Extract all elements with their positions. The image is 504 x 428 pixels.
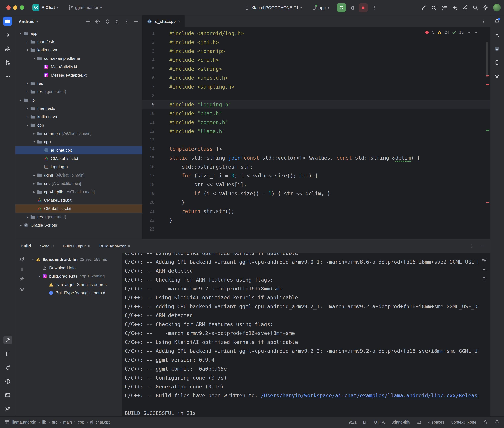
chevron-down-icon[interactable]: ▾ bbox=[18, 32, 24, 35]
line-number[interactable]: 7 bbox=[142, 82, 169, 91]
view-options-eye-icon[interactable] bbox=[19, 287, 25, 292]
gradle-tool-button[interactable]: G bbox=[493, 44, 501, 53]
next-problem-icon[interactable] bbox=[474, 30, 478, 35]
line-number[interactable]: 19 bbox=[142, 189, 169, 198]
line-number[interactable]: 2 bbox=[142, 38, 169, 47]
chevron-right-icon[interactable]: ▸ bbox=[25, 215, 30, 219]
chevron-right-icon[interactable]: ▸ bbox=[25, 90, 30, 94]
code-text[interactable]: if (i < values.size() - 1) { str << deli… bbox=[170, 189, 330, 198]
breadcrumb-item[interactable]: src bbox=[52, 420, 57, 425]
previous-problem-icon[interactable] bbox=[466, 30, 471, 35]
code-line-22[interactable]: 22} bbox=[142, 216, 490, 225]
chevron-right-icon[interactable]: ▸ bbox=[25, 115, 30, 119]
caret-position[interactable]: 9:21 bbox=[349, 420, 357, 425]
window-minimize-button[interactable] bbox=[13, 6, 17, 10]
build-console[interactable]: C/C++: -- Using KleidiAI optimized kerne… bbox=[122, 253, 478, 416]
tree-item-build-gradle-kts[interactable]: ▾build.gradle.ktsapp 1 warning bbox=[28, 272, 122, 280]
device-selector[interactable]: Xiaomi POCOPHONE F1 ▾ bbox=[242, 4, 305, 12]
task-list-icon[interactable] bbox=[442, 5, 447, 11]
code-text[interactable]: return str.str(); bbox=[170, 207, 234, 216]
code-with-me-icon[interactable] bbox=[462, 5, 468, 11]
code-line-15[interactable]: 15static std::string join(const std::vec… bbox=[142, 153, 490, 162]
indent-setting[interactable]: 4 spaces bbox=[428, 420, 444, 425]
tree-item-logging-h[interactable]: Hlogging.h bbox=[16, 163, 142, 171]
breadcrumb-item[interactable]: cpp bbox=[78, 420, 84, 425]
clear-console-icon[interactable] bbox=[481, 277, 487, 282]
editor-options-kebab-icon[interactable] bbox=[481, 19, 486, 24]
code-text[interactable]: #include <unistd.h> bbox=[170, 74, 228, 82]
commit-tool-button[interactable] bbox=[3, 31, 12, 39]
tree-item-cmakelists-txt[interactable]: CMakeLists.txt bbox=[16, 154, 142, 163]
scroll-to-end-icon[interactable] bbox=[481, 267, 487, 272]
chevron-right-icon[interactable]: ▸ bbox=[32, 132, 37, 135]
code-line-17[interactable]: 17 for (size_t i = 0; i < values.size();… bbox=[142, 171, 490, 180]
code-text[interactable]: template<class T> bbox=[170, 145, 222, 153]
code-text[interactable]: for (size_t i = 0; i < values.size(); i+… bbox=[170, 171, 318, 180]
code-line-21[interactable]: 21 return str.str(); bbox=[142, 207, 490, 216]
device-explorer-tool-button[interactable] bbox=[493, 58, 501, 67]
code-area[interactable]: 1#include <android/log.h>2#include <jni.… bbox=[142, 28, 490, 239]
collapse-all-icon[interactable] bbox=[114, 19, 120, 24]
error-count[interactable]: 3 bbox=[432, 30, 434, 35]
device-manager-tool-button[interactable] bbox=[3, 349, 12, 358]
chevron-right-icon[interactable]: ▸ bbox=[25, 107, 30, 110]
line-number[interactable]: 8 bbox=[142, 91, 169, 100]
code-text[interactable]: #include "common.h" bbox=[170, 118, 228, 127]
notifications-tool-button[interactable] bbox=[493, 16, 501, 25]
code-line-6[interactable]: 6#include <unistd.h> bbox=[142, 74, 490, 82]
code-style-config[interactable]: .clang-tidy bbox=[392, 420, 410, 425]
code-line-14[interactable]: 14template<class T> bbox=[142, 145, 490, 153]
add-icon[interactable] bbox=[85, 19, 91, 24]
structure-tool-button[interactable] bbox=[3, 44, 12, 53]
line-number[interactable]: 23 bbox=[142, 225, 169, 234]
resource-manager-tool-button[interactable] bbox=[493, 72, 501, 81]
code-line-13[interactable]: 13 bbox=[142, 136, 490, 145]
line-number[interactable]: 14 bbox=[142, 145, 169, 153]
warning-count[interactable]: 24 bbox=[445, 30, 449, 35]
code-line-23[interactable]: 23 bbox=[142, 225, 490, 234]
code-text[interactable]: #include <sampling.h> bbox=[170, 82, 234, 91]
tab-close-icon[interactable]: × bbox=[88, 244, 90, 248]
code-line-19[interactable]: 19 if (i < values.size() - 1) { str << d… bbox=[142, 189, 490, 198]
code-text[interactable]: } bbox=[170, 216, 172, 225]
tree-item-mainactivity-kt[interactable]: MainActivity.kt bbox=[16, 63, 142, 71]
tree-item-res[interactable]: ▸res(generated) bbox=[16, 88, 142, 96]
tree-item-buildtype-debug-is-both-d[interactable]: BuildType 'debug' is both d bbox=[28, 289, 122, 297]
breadcrumb-item[interactable]: lib bbox=[42, 420, 46, 425]
line-number[interactable]: 4 bbox=[142, 56, 169, 65]
code-style-icon[interactable] bbox=[417, 420, 422, 425]
editor-tab-ai-chat-cpp[interactable]: C+ ai_chat.cpp × bbox=[142, 15, 185, 27]
context-widget[interactable]: Context: None bbox=[451, 420, 476, 425]
line-number[interactable]: 18 bbox=[142, 180, 169, 189]
tree-item-cmakelists-txt[interactable]: CMakeLists.txt bbox=[16, 196, 142, 205]
breadcrumb-item[interactable]: main bbox=[63, 420, 72, 425]
chevron-right-icon[interactable]: ▸ bbox=[25, 40, 30, 44]
line-number[interactable]: 1 bbox=[142, 29, 169, 38]
code-line-7[interactable]: 7#include <sampling.h> bbox=[142, 82, 490, 91]
tree-item-kotlin-java[interactable]: ▸kotlin+java bbox=[16, 113, 142, 121]
code-text[interactable]: } bbox=[170, 198, 185, 207]
tree-item-ai-chat-cpp[interactable]: C+ai_chat.cpp bbox=[16, 146, 142, 155]
options-kebab-icon[interactable] bbox=[469, 244, 475, 249]
console-link[interactable]: /Users/hanyin/Workspace/ai-chat/examples… bbox=[261, 393, 478, 399]
file-encoding[interactable]: UTF-8 bbox=[374, 420, 385, 425]
code-text[interactable]: #include <android/log.h> bbox=[170, 29, 244, 38]
code-line-11[interactable]: 11#include "common.h" bbox=[142, 118, 490, 127]
line-number[interactable]: 6 bbox=[142, 74, 169, 82]
project-view-selector[interactable]: Android bbox=[19, 19, 35, 24]
tree-item-app[interactable]: ▾app bbox=[16, 29, 142, 38]
code-text[interactable]: #include "chat.h" bbox=[170, 109, 222, 118]
ai-assistant-icon[interactable] bbox=[452, 5, 458, 11]
tree-item-messageadapter-kt[interactable]: MessageAdapter.kt bbox=[16, 71, 142, 79]
chevron-down-icon[interactable]: ▾ bbox=[37, 274, 42, 278]
line-number[interactable]: 12 bbox=[142, 127, 169, 136]
line-separator[interactable]: LF bbox=[363, 420, 368, 425]
chevron-down-icon[interactable]: ▾ bbox=[25, 48, 30, 52]
tree-item-cpp[interactable]: ▾cpp bbox=[16, 138, 142, 146]
code-text[interactable]: #include <jni.h> bbox=[170, 38, 219, 47]
line-number[interactable]: 22 bbox=[142, 216, 169, 225]
code-line-12[interactable]: 12#include "llama.h" bbox=[142, 127, 490, 136]
profile-avatar[interactable] bbox=[493, 4, 501, 11]
code-text[interactable]: #include <iomanip> bbox=[170, 47, 225, 56]
code-text[interactable]: str << values[i]; bbox=[170, 180, 247, 189]
